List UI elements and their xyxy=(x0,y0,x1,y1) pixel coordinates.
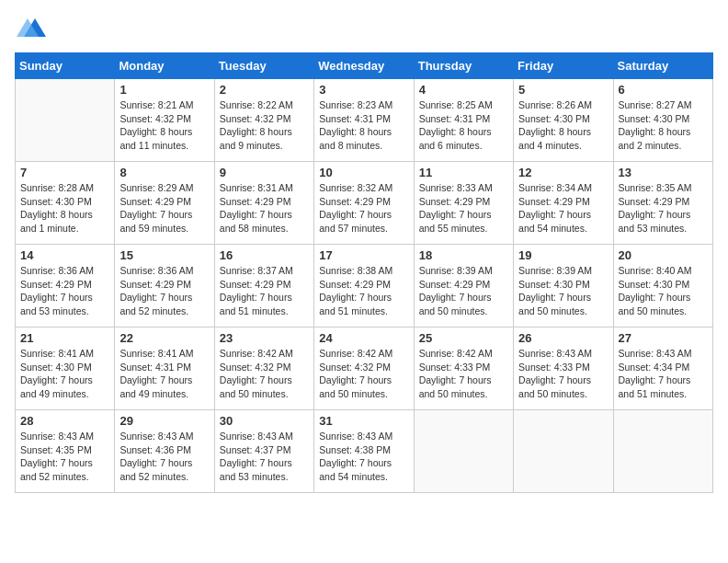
day-info: Sunrise: 8:29 AMSunset: 4:29 PMDaylight:… xyxy=(119,181,209,236)
calendar-week-row: 14Sunrise: 8:36 AMSunset: 4:29 PMDayligh… xyxy=(16,245,713,327)
day-info: Sunrise: 8:39 AMSunset: 4:29 PMDaylight:… xyxy=(419,264,508,318)
day-info: Sunrise: 8:43 AMSunset: 4:34 PMDaylight:… xyxy=(619,347,708,401)
day-info: Sunrise: 8:22 AMSunset: 4:32 PMDaylight:… xyxy=(220,98,309,153)
calendar-cell: 5Sunrise: 8:26 AMSunset: 4:30 PMDaylight… xyxy=(514,79,613,162)
day-info: Sunrise: 8:43 AMSunset: 4:36 PMDaylight:… xyxy=(119,430,209,484)
day-info: Sunrise: 8:36 AMSunset: 4:29 PMDaylight:… xyxy=(20,264,109,318)
day-number: 27 xyxy=(619,331,708,345)
day-number: 4 xyxy=(419,83,508,97)
weekday-header-thursday: Thursday xyxy=(414,53,513,79)
day-number: 10 xyxy=(319,166,408,179)
weekday-header-sunday: Sunday xyxy=(16,53,115,79)
calendar-cell: 18Sunrise: 8:39 AMSunset: 4:29 PMDayligh… xyxy=(414,245,513,327)
day-number: 7 xyxy=(20,166,109,179)
day-info: Sunrise: 8:40 AMSunset: 4:30 PMDaylight:… xyxy=(619,264,708,318)
day-number: 22 xyxy=(119,331,209,345)
weekday-header-row: SundayMondayTuesdayWednesdayThursdayFrid… xyxy=(16,53,713,79)
day-info: Sunrise: 8:37 AMSunset: 4:29 PMDaylight:… xyxy=(220,264,309,318)
day-number: 23 xyxy=(220,331,309,345)
day-info: Sunrise: 8:38 AMSunset: 4:29 PMDaylight:… xyxy=(319,264,408,318)
day-info: Sunrise: 8:25 AMSunset: 4:31 PMDaylight:… xyxy=(419,98,508,153)
day-number: 24 xyxy=(319,331,408,345)
calendar-cell: 15Sunrise: 8:36 AMSunset: 4:29 PMDayligh… xyxy=(115,245,214,327)
calendar-cell: 20Sunrise: 8:40 AMSunset: 4:30 PMDayligh… xyxy=(613,245,712,327)
calendar-week-row: 7Sunrise: 8:28 AMSunset: 4:30 PMDaylight… xyxy=(16,162,713,245)
day-info: Sunrise: 8:43 AMSunset: 4:38 PMDaylight:… xyxy=(319,430,408,484)
calendar-cell: 1Sunrise: 8:21 AMSunset: 4:32 PMDaylight… xyxy=(115,79,214,162)
day-number: 6 xyxy=(619,83,708,97)
calendar-cell: 22Sunrise: 8:41 AMSunset: 4:31 PMDayligh… xyxy=(115,327,214,410)
calendar-cell: 11Sunrise: 8:33 AMSunset: 4:29 PMDayligh… xyxy=(414,162,513,245)
calendar-cell xyxy=(16,79,115,162)
calendar-cell: 9Sunrise: 8:31 AMSunset: 4:29 PMDaylight… xyxy=(214,162,313,245)
day-number: 16 xyxy=(220,248,309,262)
calendar-cell: 26Sunrise: 8:43 AMSunset: 4:33 PMDayligh… xyxy=(514,327,613,410)
day-number: 2 xyxy=(220,83,309,97)
calendar-cell: 30Sunrise: 8:43 AMSunset: 4:37 PMDayligh… xyxy=(214,410,313,493)
day-number: 21 xyxy=(20,331,109,345)
day-number: 13 xyxy=(619,166,708,179)
calendar-header: SundayMondayTuesdayWednesdayThursdayFrid… xyxy=(16,53,713,79)
day-info: Sunrise: 8:21 AMSunset: 4:32 PMDaylight:… xyxy=(119,98,209,153)
day-number: 19 xyxy=(518,248,608,262)
day-info: Sunrise: 8:35 AMSunset: 4:29 PMDaylight:… xyxy=(619,181,708,236)
day-number: 15 xyxy=(119,248,209,262)
calendar-cell: 28Sunrise: 8:43 AMSunset: 4:35 PMDayligh… xyxy=(16,410,115,493)
calendar-cell xyxy=(514,410,613,493)
day-info: Sunrise: 8:23 AMSunset: 4:31 PMDaylight:… xyxy=(319,98,408,153)
calendar-cell: 19Sunrise: 8:39 AMSunset: 4:30 PMDayligh… xyxy=(514,245,613,327)
day-info: Sunrise: 8:41 AMSunset: 4:31 PMDaylight:… xyxy=(119,347,209,401)
calendar-cell: 13Sunrise: 8:35 AMSunset: 4:29 PMDayligh… xyxy=(613,162,712,245)
day-number: 28 xyxy=(20,414,109,428)
day-info: Sunrise: 8:39 AMSunset: 4:30 PMDaylight:… xyxy=(518,264,608,318)
day-info: Sunrise: 8:27 AMSunset: 4:30 PMDaylight:… xyxy=(619,98,708,153)
day-number: 1 xyxy=(119,83,209,97)
calendar-cell: 27Sunrise: 8:43 AMSunset: 4:34 PMDayligh… xyxy=(613,327,712,410)
logo-icon xyxy=(17,15,46,40)
day-number: 18 xyxy=(419,248,508,262)
calendar-body: 1Sunrise: 8:21 AMSunset: 4:32 PMDaylight… xyxy=(16,79,713,493)
day-number: 20 xyxy=(619,248,708,262)
day-info: Sunrise: 8:28 AMSunset: 4:30 PMDaylight:… xyxy=(20,181,109,236)
day-info: Sunrise: 8:42 AMSunset: 4:32 PMDaylight:… xyxy=(220,347,309,401)
day-number: 17 xyxy=(319,248,408,262)
weekday-header-tuesday: Tuesday xyxy=(214,53,313,79)
day-info: Sunrise: 8:32 AMSunset: 4:29 PMDaylight:… xyxy=(319,181,408,236)
calendar-cell: 8Sunrise: 8:29 AMSunset: 4:29 PMDaylight… xyxy=(115,162,214,245)
weekday-header-monday: Monday xyxy=(115,53,214,79)
calendar-cell: 12Sunrise: 8:34 AMSunset: 4:29 PMDayligh… xyxy=(514,162,613,245)
day-number: 30 xyxy=(220,414,309,428)
logo xyxy=(15,15,46,45)
calendar-cell: 16Sunrise: 8:37 AMSunset: 4:29 PMDayligh… xyxy=(214,245,313,327)
calendar-table: SundayMondayTuesdayWednesdayThursdayFrid… xyxy=(15,52,713,493)
day-info: Sunrise: 8:43 AMSunset: 4:33 PMDaylight:… xyxy=(518,347,608,401)
calendar-cell: 2Sunrise: 8:22 AMSunset: 4:32 PMDaylight… xyxy=(214,79,313,162)
day-number: 9 xyxy=(220,166,309,179)
day-number: 12 xyxy=(518,166,608,179)
day-number: 11 xyxy=(419,166,508,179)
day-number: 14 xyxy=(20,248,109,262)
calendar-week-row: 28Sunrise: 8:43 AMSunset: 4:35 PMDayligh… xyxy=(16,410,713,493)
calendar-cell: 4Sunrise: 8:25 AMSunset: 4:31 PMDaylight… xyxy=(414,79,513,162)
day-info: Sunrise: 8:41 AMSunset: 4:30 PMDaylight:… xyxy=(20,347,109,401)
calendar-cell: 23Sunrise: 8:42 AMSunset: 4:32 PMDayligh… xyxy=(214,327,313,410)
day-number: 25 xyxy=(419,331,508,345)
day-number: 3 xyxy=(319,83,408,97)
calendar-cell: 10Sunrise: 8:32 AMSunset: 4:29 PMDayligh… xyxy=(314,162,414,245)
day-info: Sunrise: 8:26 AMSunset: 4:30 PMDaylight:… xyxy=(518,98,608,153)
day-info: Sunrise: 8:36 AMSunset: 4:29 PMDaylight:… xyxy=(119,264,209,318)
day-info: Sunrise: 8:43 AMSunset: 4:37 PMDaylight:… xyxy=(220,430,309,484)
calendar-cell: 7Sunrise: 8:28 AMSunset: 4:30 PMDaylight… xyxy=(16,162,115,245)
calendar-cell: 14Sunrise: 8:36 AMSunset: 4:29 PMDayligh… xyxy=(16,245,115,327)
day-number: 5 xyxy=(518,83,608,97)
day-number: 29 xyxy=(119,414,209,428)
weekday-header-saturday: Saturday xyxy=(613,53,712,79)
calendar-week-row: 1Sunrise: 8:21 AMSunset: 4:32 PMDaylight… xyxy=(16,79,713,162)
calendar-cell: 31Sunrise: 8:43 AMSunset: 4:38 PMDayligh… xyxy=(314,410,414,493)
calendar-cell: 21Sunrise: 8:41 AMSunset: 4:30 PMDayligh… xyxy=(16,327,115,410)
day-number: 31 xyxy=(319,414,408,428)
calendar-cell: 24Sunrise: 8:42 AMSunset: 4:32 PMDayligh… xyxy=(314,327,414,410)
calendar-cell xyxy=(613,410,712,493)
weekday-header-wednesday: Wednesday xyxy=(314,53,414,79)
calendar-cell: 3Sunrise: 8:23 AMSunset: 4:31 PMDaylight… xyxy=(314,79,414,162)
